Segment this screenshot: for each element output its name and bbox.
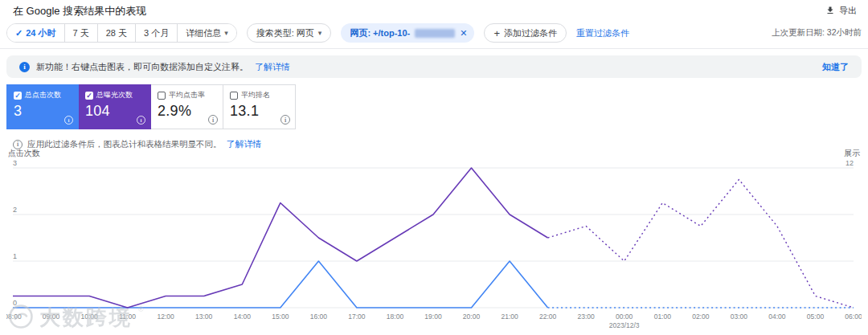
card-average-position[interactable]: 平均排名 13.1 i [223, 84, 296, 129]
svg-text:05:00: 05:00 [807, 313, 825, 321]
svg-text:08:00: 08:00 [6, 313, 22, 321]
page-title: 在 Google 搜索结果中的表现 [13, 4, 146, 18]
check-icon: ✓ [15, 28, 23, 39]
checkbox-checked-icon[interactable]: ✓ [85, 92, 93, 100]
export-button[interactable]: 导出 [825, 5, 857, 17]
svg-text:16:00: 16:00 [310, 313, 328, 321]
metric-value: 104 [85, 103, 144, 120]
filter-toolbar: ✓ 24 小时 7 天 28 天 3 个月 详细信息 ▾ 搜索类型: 网页 ▾ … [0, 22, 868, 49]
y-axis-left-caption: 点击次数 [8, 148, 40, 159]
export-label: 导出 [839, 5, 857, 17]
add-filter-button[interactable]: + 添加过滤条件 [484, 23, 567, 43]
card-total-impressions[interactable]: ✓ 总曝光次数 104 i [79, 84, 151, 129]
svg-text:21:00: 21:00 [501, 313, 518, 321]
banner-text: 新功能！右键点击图表，即可向数据添加自定义注释。 [36, 61, 248, 73]
metric-value: 3 [14, 103, 72, 120]
last-updated-text: 上次更新日期: 32小时前 [772, 27, 863, 39]
metric-value: 2.9% [158, 103, 216, 120]
svg-text:18:00: 18:00 [387, 313, 404, 321]
svg-text:22:00: 22:00 [539, 313, 557, 321]
checkbox-unchecked-icon[interactable] [230, 92, 238, 100]
svg-text:20:00: 20:00 [463, 313, 481, 321]
tab-3-months[interactable]: 3 个月 [136, 24, 178, 42]
svg-text:23:00: 23:00 [578, 313, 596, 321]
svg-text:12: 12 [845, 159, 854, 167]
metric-label: 总曝光次数 [96, 91, 133, 100]
search-type-label: 搜索类型: 网页 [256, 27, 314, 39]
svg-text:14:00: 14:00 [234, 313, 252, 321]
checkbox-unchecked-icon[interactable] [158, 92, 166, 100]
tab-label: 3 个月 [144, 27, 169, 39]
impressions-line-forecast [548, 180, 854, 308]
line-chart[interactable]: 32101208:0009:0010:0011:0012:0013:0014:0… [6, 158, 862, 332]
svg-text:01:00: 01:00 [654, 313, 672, 321]
metric-cards: ✓ 总点击次数 3 i ✓ 总曝光次数 104 i 平均点击率 2.9% i [6, 84, 868, 129]
date-range-tabs: ✓ 24 小时 7 天 28 天 3 个月 详细信息 ▾ [6, 23, 237, 43]
impressions-line [13, 168, 548, 308]
page-filter-label: 网页: +/top-10- [350, 27, 410, 39]
info-icon: i [19, 62, 30, 72]
help-icon[interactable]: i [280, 115, 290, 125]
y-axis-right-tick-labels: 12 [845, 159, 854, 167]
clicks-line [13, 261, 548, 308]
download-icon [825, 6, 835, 17]
y-axis-left-tick-labels: 3210 [13, 159, 17, 307]
tab-label: 详细信息 [186, 27, 221, 39]
svg-text:02:00: 02:00 [692, 313, 710, 321]
tab-label: 7 天 [73, 27, 89, 39]
plus-icon: + [493, 27, 500, 39]
svg-text:13:00: 13:00 [195, 313, 213, 321]
redacted-text [415, 29, 455, 38]
svg-text:03:00: 03:00 [731, 313, 748, 321]
learn-more-link[interactable]: 了解详情 [255, 61, 290, 73]
card-average-ctr[interactable]: 平均点击率 2.9% i [151, 84, 223, 129]
search-type-dropdown[interactable]: 搜索类型: 网页 ▾ [247, 23, 332, 43]
x-axis-labels: 08:0009:0010:0011:0012:0013:0014:0015:00… [6, 313, 862, 329]
svg-text:12:00: 12:00 [158, 313, 175, 321]
reset-filters-link[interactable]: 重置过滤条件 [576, 27, 629, 39]
svg-text:00:00: 00:00 [616, 313, 633, 321]
svg-text:10:00: 10:00 [80, 313, 98, 321]
tab-24-hours[interactable]: ✓ 24 小时 [7, 24, 65, 42]
svg-text:2: 2 [13, 206, 17, 214]
x-axis-date-label: 2023/12/3 [609, 321, 640, 329]
svg-text:17:00: 17:00 [348, 313, 366, 321]
svg-text:11:00: 11:00 [119, 313, 136, 321]
tab-details-dropdown[interactable]: 详细信息 ▾ [178, 24, 236, 42]
svg-text:3: 3 [13, 159, 17, 167]
chevron-down-icon: ▾ [318, 29, 322, 37]
svg-text:1: 1 [13, 252, 17, 260]
add-filter-label: 添加过滤条件 [504, 27, 557, 39]
page-header: 在 Google 搜索结果中的表现 导出 [0, 0, 868, 22]
remove-filter-icon[interactable]: ✕ [460, 28, 467, 39]
svg-text:06:00: 06:00 [845, 313, 862, 321]
tab-label: 28 天 [106, 27, 127, 39]
help-icon[interactable]: i [64, 116, 73, 125]
svg-text:09:00: 09:00 [43, 313, 60, 321]
svg-text:15:00: 15:00 [272, 313, 289, 321]
svg-text:0: 0 [13, 299, 17, 307]
help-icon[interactable]: i [208, 115, 218, 125]
dismiss-button[interactable]: 知道了 [822, 61, 849, 73]
metric-label: 总点击次数 [25, 91, 61, 100]
search-console-performance-page: 在 Google 搜索结果中的表现 导出 ✓ 24 小时 7 天 28 天 3 … [0, 0, 868, 335]
metric-label: 平均点击率 [169, 91, 205, 100]
chevron-down-icon: ▾ [224, 29, 228, 37]
performance-chart: 点击次数 展示 32101208:0009:0010:0011:0012:001… [6, 148, 862, 332]
gridlines [13, 168, 854, 308]
tab-label: 24 小时 [26, 27, 55, 39]
svg-text:19:00: 19:00 [424, 313, 442, 321]
new-feature-banner: i 新功能！右键点击图表，即可向数据添加自定义注释。 了解详情 知道了 [6, 55, 862, 78]
metric-value: 13.1 [230, 103, 289, 120]
tab-7-days[interactable]: 7 天 [65, 24, 98, 42]
help-icon[interactable]: i [137, 116, 145, 125]
tab-28-days[interactable]: 28 天 [98, 24, 136, 42]
page-filter-chip[interactable]: 网页: +/top-10- ✕ [341, 23, 474, 43]
y-axis-right-caption: 展示 [844, 148, 860, 159]
checkbox-checked-icon[interactable]: ✓ [14, 92, 22, 100]
metric-label: 平均排名 [241, 91, 270, 100]
card-total-clicks[interactable]: ✓ 总点击次数 3 i [6, 84, 79, 129]
svg-text:04:00: 04:00 [768, 313, 786, 321]
